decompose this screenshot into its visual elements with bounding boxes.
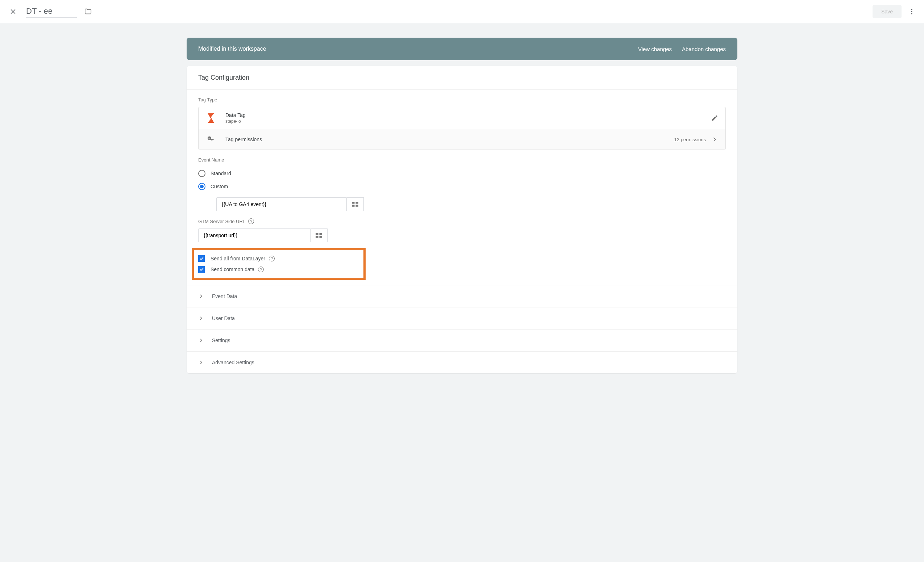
chevron-right-icon: [198, 338, 204, 343]
help-icon[interactable]: ?: [269, 256, 274, 262]
tag-type-box: Data Tag stape-io Tag permissions: [198, 107, 726, 150]
view-changes-link[interactable]: View changes: [638, 46, 672, 52]
more-vert-icon[interactable]: [908, 8, 915, 15]
folder-icon[interactable]: [84, 7, 92, 16]
help-icon[interactable]: ?: [258, 266, 264, 272]
expand-label: Event Data: [212, 293, 237, 299]
app-header: Save: [0, 0, 924, 23]
tag-type-label: Tag Type: [198, 97, 726, 103]
svg-rect-9: [316, 233, 318, 235]
permissions-label: Tag permissions: [225, 136, 262, 142]
tag-publisher: stape-io: [225, 119, 246, 124]
server-url-input[interactable]: [198, 229, 310, 242]
svg-rect-12: [320, 236, 322, 238]
expand-label: User Data: [212, 315, 235, 321]
variable-picker-icon[interactable]: [310, 229, 328, 242]
radio-custom-label: Custom: [210, 184, 228, 189]
svg-rect-10: [320, 233, 322, 235]
event-name-label: Event Name: [198, 157, 726, 163]
checkbox-input[interactable]: [198, 255, 205, 262]
checkbox-label: Send all from DataLayer: [210, 256, 265, 262]
save-button[interactable]: Save: [873, 5, 902, 18]
workspace-modified-banner: Modified in this workspace View changes …: [187, 38, 737, 60]
expand-user-data[interactable]: User Data: [187, 307, 737, 329]
checkbox-label: Send common data: [210, 266, 254, 272]
key-icon: [206, 135, 216, 145]
chevron-right-icon: [198, 360, 204, 365]
expand-settings[interactable]: Settings: [187, 329, 737, 351]
svg-point-2: [911, 9, 912, 10]
tag-type-row[interactable]: Data Tag stape-io: [199, 107, 725, 129]
expand-label: Settings: [212, 338, 231, 343]
checkbox-send-common-data[interactable]: Send common data ?: [198, 264, 359, 275]
svg-rect-5: [352, 202, 355, 203]
server-url-label: GTM Server Side URL: [198, 219, 245, 224]
custom-event-input[interactable]: [216, 197, 347, 211]
chevron-right-icon: [198, 315, 204, 321]
expand-event-data[interactable]: Event Data: [187, 285, 737, 307]
expand-label: Advanced Settings: [212, 360, 254, 365]
banner-message: Modified in this workspace: [198, 46, 628, 52]
highlighted-checkbox-section: Send all from DataLayer ? Send common da…: [192, 248, 366, 280]
svg-point-3: [911, 11, 912, 12]
radio-standard[interactable]: Standard: [198, 167, 726, 180]
svg-rect-6: [356, 202, 359, 203]
tag-config-card: Tag Configuration Tag Type Data Tag stap…: [187, 66, 737, 373]
abandon-changes-link[interactable]: Abandon changes: [682, 46, 726, 52]
tag-name: Data Tag: [225, 112, 246, 118]
svg-rect-8: [356, 205, 359, 207]
radio-standard-input[interactable]: [198, 170, 206, 177]
card-title: Tag Configuration: [187, 66, 737, 90]
radio-custom-input[interactable]: [198, 183, 206, 190]
expand-advanced-settings[interactable]: Advanced Settings: [187, 351, 737, 373]
chevron-right-icon: [198, 293, 204, 299]
data-tag-icon: [206, 113, 216, 123]
permissions-count: 12 permissions: [674, 137, 706, 142]
chevron-right-icon: [711, 136, 718, 143]
close-icon[interactable]: [9, 7, 17, 16]
radio-standard-label: Standard: [210, 170, 231, 176]
svg-point-4: [911, 13, 912, 14]
edit-icon[interactable]: [711, 114, 718, 122]
help-icon[interactable]: ?: [248, 218, 254, 224]
checkbox-send-all-datalayer[interactable]: Send all from DataLayer ?: [198, 253, 359, 264]
svg-rect-11: [316, 236, 318, 238]
checkbox-input[interactable]: [198, 266, 205, 273]
radio-custom[interactable]: Custom: [198, 180, 726, 193]
variable-picker-icon[interactable]: [347, 197, 364, 211]
svg-rect-7: [352, 205, 355, 207]
tag-permissions-row[interactable]: Tag permissions 12 permissions: [199, 129, 725, 149]
tag-name-input[interactable]: [26, 5, 77, 18]
